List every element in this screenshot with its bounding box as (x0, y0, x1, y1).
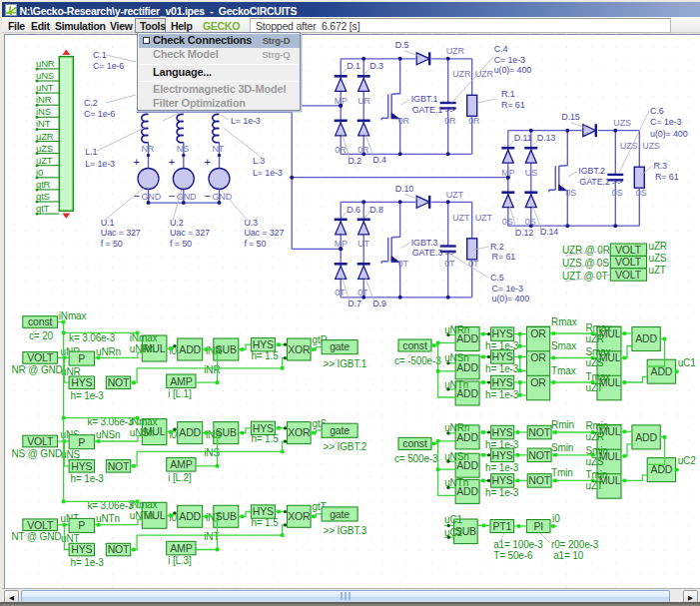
svg-text:VOLT: VOLT (27, 519, 54, 531)
svg-text:0T: 0T (335, 288, 346, 298)
svg-text:OR: OR (530, 351, 546, 363)
svg-text:NR: NR (142, 144, 155, 154)
svg-text:NOT: NOT (528, 426, 550, 438)
svg-text:NOT: NOT (108, 543, 130, 555)
svg-text:0T: 0T (357, 288, 368, 298)
svg-text:0S: 0S (612, 188, 623, 198)
svg-text:c= 20: c= 20 (29, 330, 54, 341)
svg-text:C= 1e-6: C= 1e-6 (84, 109, 115, 119)
svg-text:0S: 0S (565, 188, 576, 198)
svg-text:Rmin: Rmin (586, 420, 609, 431)
svg-text:R= 61: R= 61 (501, 100, 525, 110)
svg-text:NS @ GND: NS @ GND (12, 448, 63, 459)
svg-text:D.14: D.14 (540, 227, 559, 237)
svg-text:U.2: U.2 (170, 218, 184, 228)
svg-text:uZT: uZT (586, 382, 603, 393)
svg-text:i0: i0 (552, 513, 560, 524)
svg-text:NT @ GND: NT @ GND (12, 531, 62, 542)
svg-text:Tmin: Tmin (586, 469, 608, 480)
svg-text:UZT: UZT (475, 213, 493, 223)
svg-text:HYS: HYS (253, 422, 274, 434)
svg-text:ADD: ADD (635, 431, 657, 443)
svg-text:L= 1e-3: L= 1e-3 (253, 168, 283, 178)
svg-text:f = 50: f = 50 (101, 239, 123, 249)
svg-text:NT: NT (213, 144, 225, 154)
svg-text:uNSn: uNSn (96, 429, 120, 440)
svg-text:L.1: L.1 (85, 147, 97, 157)
svg-text:uNRn: uNRn (96, 346, 121, 357)
svg-text:OR: OR (530, 327, 546, 339)
svg-text:C= 1e-6: C= 1e-6 (93, 61, 124, 71)
svg-text:P: P (78, 436, 85, 448)
svg-text:NOT: NOT (528, 474, 550, 486)
svg-text:HYS: HYS (492, 449, 513, 461)
svg-text:C.1: C.1 (93, 50, 107, 60)
svg-text:C.4: C.4 (494, 44, 508, 54)
svg-text:0R: 0R (444, 116, 456, 126)
svg-text:XOR: XOR (288, 510, 311, 522)
svg-text:gate: gate (330, 340, 350, 352)
svg-text:D.15: D.15 (561, 112, 580, 122)
svg-text:0S: 0S (502, 217, 513, 227)
svg-text:D.7: D.7 (348, 299, 361, 308)
svg-text:uZT: uZT (36, 155, 53, 166)
svg-text:OR: OR (530, 376, 546, 388)
svg-text:Smax: Smax (586, 346, 611, 357)
svg-text:gate: gate (330, 424, 350, 436)
svg-text:uZR: uZR (36, 131, 54, 142)
svg-text:U.1: U.1 (101, 218, 115, 228)
svg-text:gate: gate (330, 508, 350, 520)
svg-text:D.9: D.9 (372, 299, 386, 308)
svg-text:0T: 0T (398, 259, 409, 269)
svg-text:h= 1e-3: h= 1e-3 (485, 462, 519, 473)
svg-text:T= 50e-6: T= 50e-6 (493, 550, 533, 561)
svg-text:f = 50: f = 50 (244, 239, 266, 249)
svg-text:ADD: ADD (179, 510, 201, 522)
svg-text:i [L.1]: i [L.1] (168, 388, 192, 399)
svg-text:c= -500e-3: c= -500e-3 (394, 355, 441, 366)
svg-text:D.2: D.2 (348, 156, 361, 166)
svg-text:>> IGBT.1: >> IGBT.1 (324, 358, 367, 369)
svg-text:Rmax: Rmax (551, 316, 577, 327)
svg-text:HYS: HYS (71, 376, 92, 388)
svg-text:h= 1e-3: h= 1e-3 (485, 389, 519, 400)
svg-text:iNmax: iNmax (130, 332, 158, 343)
svg-text:D.13: D.13 (537, 133, 556, 143)
svg-text:Rmax: Rmax (586, 322, 612, 333)
svg-text:uZS: uZS (36, 143, 53, 154)
svg-text:r0= 200e-3: r0= 200e-3 (551, 539, 599, 550)
svg-text:Smin: Smin (551, 442, 573, 453)
svg-text:uZR: uZR (649, 241, 667, 252)
svg-text:uNTn: uNTn (96, 513, 120, 524)
svg-text:h= 1.5: h= 1.5 (251, 517, 279, 528)
svg-text:h= 1e-3: h= 1e-3 (485, 487, 519, 498)
svg-text:L= 1e-3: L= 1e-3 (231, 116, 261, 126)
svg-text:GATE.1 >>: GATE.1 >> (412, 105, 455, 115)
svg-text:Uac = 327: Uac = 327 (101, 228, 141, 238)
svg-text:HYS: HYS (492, 376, 513, 388)
svg-text:ADD: ADD (651, 365, 673, 377)
svg-text:uC2: uC2 (678, 455, 696, 466)
svg-text:XOR: XOR (288, 343, 311, 355)
svg-text:uC1: uC1 (444, 514, 462, 525)
svg-text:ADD: ADD (179, 343, 201, 355)
svg-text:qtR: qtR (36, 179, 51, 190)
svg-text:HYS: HYS (492, 474, 513, 486)
svg-text:iNS: iNS (36, 106, 51, 117)
svg-text:uZS: uZS (586, 456, 604, 467)
svg-text:VOLT: VOLT (615, 269, 642, 281)
svg-text:Tmax: Tmax (586, 371, 611, 382)
svg-text:VOLT: VOLT (27, 351, 54, 363)
svg-text:NOT: NOT (108, 460, 130, 472)
svg-text:Smin: Smin (586, 445, 608, 456)
svg-text:uZT: uZT (649, 265, 666, 276)
svg-text:IGBT.1: IGBT.1 (411, 94, 438, 104)
svg-text:C.2: C.2 (84, 98, 98, 108)
svg-text:UZT: UZT (452, 213, 470, 223)
svg-text:D.4: D.4 (372, 155, 386, 165)
svg-text:i [L.2]: i [L.2] (168, 472, 192, 483)
svg-text:i [L.3]: i [L.3] (168, 555, 192, 566)
svg-text:C= 1e-3: C= 1e-3 (492, 284, 523, 294)
svg-text:D.11: D.11 (514, 133, 532, 143)
svg-text:HYS: HYS (492, 350, 513, 362)
